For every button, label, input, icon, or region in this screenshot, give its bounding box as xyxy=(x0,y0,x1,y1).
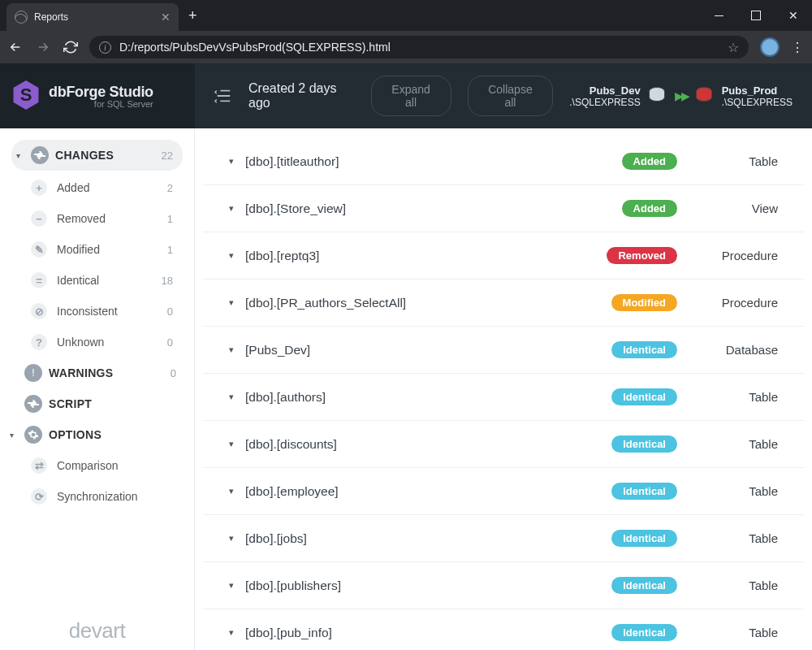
object-row[interactable]: [dbo].[titleauthor]AddedTable xyxy=(203,138,804,185)
gear-icon xyxy=(24,426,42,444)
brand: S dbForge Studio for SQL Server xyxy=(0,63,195,128)
chevron-down-icon[interactable] xyxy=(229,297,234,308)
options-label: OPTIONS xyxy=(49,428,176,441)
info-icon[interactable]: i xyxy=(99,41,111,54)
chevron-down-icon[interactable] xyxy=(229,439,234,449)
sidebar-group-changes[interactable]: CHANGES 22 xyxy=(11,140,183,171)
chevron-down-icon[interactable] xyxy=(229,344,234,355)
profile-avatar[interactable] xyxy=(760,37,780,57)
chevron-down-icon[interactable] xyxy=(229,533,234,544)
object-type: View xyxy=(689,202,778,215)
status-badge: Modified xyxy=(611,294,677,311)
nav-back-button[interactable] xyxy=(8,40,24,54)
option-icon: ⟳ xyxy=(31,488,47,505)
sidebar-item-count: 18 xyxy=(162,275,173,287)
chevron-down-icon[interactable] xyxy=(229,580,234,591)
sidebar-item-label: Added xyxy=(57,181,158,194)
object-name: [dbo].[authors] xyxy=(245,390,600,405)
object-type: Table xyxy=(689,154,778,168)
sidebar-item-label: Removed xyxy=(57,212,158,225)
url-field[interactable]: i D:/reports/PubsDevVsPubsProd(SQLEXPRES… xyxy=(89,36,749,58)
expand-all-button[interactable]: Expand all xyxy=(371,76,451,116)
collapse-all-button[interactable]: Collapse all xyxy=(468,76,554,116)
changes-count: 22 xyxy=(162,150,173,162)
sidebar-group-warnings[interactable]: ! WARNINGS 0 xyxy=(0,358,194,388)
option-icon: ⇄ xyxy=(31,457,47,474)
object-row[interactable]: [Pubs_Dev]IdenticalDatabase xyxy=(203,327,804,374)
brand-logo-icon: S xyxy=(11,80,42,111)
sidebar-item-modified[interactable]: ✎Modified1 xyxy=(0,234,194,265)
window-close-button[interactable] xyxy=(775,0,812,31)
object-name: [dbo].[Store_view] xyxy=(245,202,611,216)
chevron-down-icon[interactable] xyxy=(229,627,234,638)
object-name: [dbo].[publishers] xyxy=(245,578,600,593)
object-list[interactable]: [dbo].[titleauthor]AddedTable[dbo].[Stor… xyxy=(195,128,812,650)
window-titlebar: Reports ✕ + xyxy=(0,0,812,31)
sidebar-group-options[interactable]: OPTIONS xyxy=(0,419,194,450)
target-db-icon xyxy=(696,87,714,105)
object-row[interactable]: [dbo].[employee]IdenticalTable xyxy=(203,468,804,515)
sidebar-item-synchronization[interactable]: ⟳Synchronization xyxy=(0,481,194,512)
source-db-icon xyxy=(649,87,667,105)
close-tab-icon[interactable]: ✕ xyxy=(161,11,171,24)
source-db-name: Pubs_Dev xyxy=(569,84,640,97)
object-row[interactable]: [dbo].[reptq3]RemovedProcedure xyxy=(203,232,804,280)
menu-icon[interactable] xyxy=(214,89,232,103)
status-badge: Identical xyxy=(611,483,677,500)
status-badge: Added xyxy=(622,153,677,170)
sidebar-item-identical[interactable]: =Identical18 xyxy=(0,265,194,296)
address-bar: i D:/reports/PubsDevVsPubsProd(SQLEXPRES… xyxy=(0,31,812,63)
object-row[interactable]: [dbo].[PR_authors_SelectAll]ModifiedProc… xyxy=(203,280,804,327)
object-name: [Pubs_Dev] xyxy=(245,343,600,358)
status-badge: Identical xyxy=(611,436,677,453)
browser-tab[interactable]: Reports ✕ xyxy=(6,3,179,31)
db-compare: Pubs_Dev .\SQLEXPRESS ▶▶ Pubs_Prod .\SQL… xyxy=(569,84,793,108)
object-type: Table xyxy=(689,531,778,545)
window-minimize-button[interactable] xyxy=(700,0,737,31)
compare-direction-icon: ▶▶ xyxy=(675,89,688,102)
object-row[interactable]: [dbo].[Store_view]AddedView xyxy=(203,185,804,232)
bookmark-icon[interactable]: ☆ xyxy=(728,40,739,55)
object-name: [dbo].[reptq3] xyxy=(245,249,595,263)
chevron-down-icon[interactable] xyxy=(229,203,234,214)
object-row[interactable]: [dbo].[pub_info]IdenticalTable xyxy=(203,609,804,650)
object-type: Table xyxy=(689,626,778,639)
globe-icon xyxy=(15,11,28,24)
chevron-down-icon[interactable] xyxy=(229,156,234,167)
browser-menu-icon[interactable]: ⋮ xyxy=(791,40,804,55)
sidebar-item-added[interactable]: +Added2 xyxy=(0,172,194,203)
object-row[interactable]: [dbo].[discounts]IdenticalTable xyxy=(203,421,804,468)
chevron-down-icon xyxy=(10,431,18,440)
window-maximize-button[interactable] xyxy=(737,0,775,31)
sidebar-item-label: Synchronization xyxy=(57,490,173,503)
nav-forward-button[interactable] xyxy=(36,40,52,54)
sidebar-item-inconsistent[interactable]: ⊘Inconsistent0 xyxy=(0,296,194,327)
sidebar-item-count: 0 xyxy=(167,336,173,349)
chevron-down-icon[interactable] xyxy=(229,250,234,261)
chevron-down-icon[interactable] xyxy=(229,486,234,496)
object-type: Procedure xyxy=(689,296,778,310)
object-row[interactable]: [dbo].[jobs]IdenticalTable xyxy=(203,515,804,562)
status-badge: Identical xyxy=(611,577,677,594)
object-row[interactable]: [dbo].[publishers]IdenticalTable xyxy=(203,562,804,609)
target-db-server: .\SQLEXPRESS xyxy=(722,97,793,108)
sidebar-item-label: Inconsistent xyxy=(57,305,158,318)
reload-button[interactable] xyxy=(63,40,78,54)
source-db-server: .\SQLEXPRESS xyxy=(569,97,640,108)
sidebar-item-label: Identical xyxy=(57,274,152,287)
status-badge: Added xyxy=(622,200,677,217)
new-tab-button[interactable]: + xyxy=(188,7,197,24)
object-type: Table xyxy=(689,484,778,498)
sidebar-item-removed[interactable]: −Removed1 xyxy=(0,203,194,234)
chevron-down-icon[interactable] xyxy=(229,392,234,402)
sidebar-group-script[interactable]: SCRIPT xyxy=(0,388,194,419)
tab-title: Reports xyxy=(34,11,154,23)
sidebar-item-comparison[interactable]: ⇄Comparison xyxy=(0,450,194,481)
object-row[interactable]: [dbo].[authors]IdenticalTable xyxy=(203,374,804,421)
status-icon: ✎ xyxy=(31,241,47,258)
sidebar-item-count: 2 xyxy=(167,182,173,194)
target-db-name: Pubs_Prod xyxy=(722,84,793,97)
status-icon: = xyxy=(31,272,47,288)
sidebar-item-unknown[interactable]: ?Unknown0 xyxy=(0,327,194,358)
url-text: D:/reports/PubsDevVsPubsProd(SQLEXPRESS)… xyxy=(119,41,391,54)
